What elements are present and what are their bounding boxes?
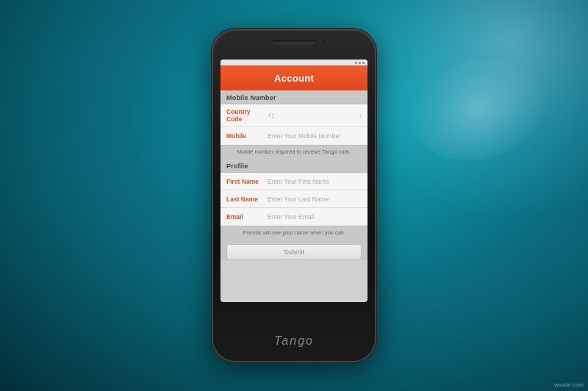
mobile-number-group: Country Code +1 › Mobile Enter Your Mobi… [220, 104, 368, 146]
mobile-hint: Mobile number required to receive Tango … [220, 146, 368, 159]
country-code-label: Country Code [226, 108, 268, 123]
phone-screen: Account Mobile Number Country Code +1 › … [220, 60, 368, 302]
page-title: Account [274, 73, 314, 84]
first-name-row[interactable]: First Name Enter Your First Name [220, 173, 368, 190]
watermark: wsxdn.com [554, 381, 584, 388]
status-bar [220, 60, 368, 65]
first-name-input[interactable]: Enter Your First Name [268, 178, 362, 185]
first-name-label: First Name [226, 178, 268, 185]
email-row[interactable]: Email Enter Your Email [220, 208, 368, 226]
phone-shell: Account Mobile Number Country Code +1 › … [213, 30, 375, 361]
phone-speaker [272, 40, 316, 45]
signal-icon [362, 62, 365, 64]
country-code-value: +1 [268, 112, 356, 119]
section-label-profile: Profile [220, 159, 368, 172]
submit-label: Submit [284, 248, 304, 256]
app-header: Account [220, 65, 368, 90]
submit-button[interactable]: Submit [226, 244, 362, 260]
mobile-row[interactable]: Mobile Enter Your Mobile Number [220, 127, 368, 145]
country-code-row[interactable]: Country Code +1 › [220, 104, 368, 127]
mobile-label: Mobile [226, 132, 268, 140]
brand-name: Tango [274, 334, 314, 347]
phone-brand-area: Tango [213, 334, 375, 348]
last-name-row[interactable]: Last Name Enter Your Last Name [220, 190, 368, 208]
mobile-input[interactable]: Enter Your Mobile Number [268, 132, 362, 140]
signal-icon [359, 62, 361, 64]
last-name-input[interactable]: Enter Your Last Name [268, 196, 362, 203]
profile-group: First Name Enter Your First Name Last Na… [220, 172, 368, 226]
camera-icon [322, 39, 328, 45]
email-input[interactable]: Enter Your Email [268, 213, 362, 220]
profile-hint: Friends will see your name when you call… [220, 226, 368, 240]
email-label: Email [226, 213, 268, 220]
app-content: Mobile Number Country Code +1 › Mobile E… [220, 90, 368, 260]
last-name-label: Last Name [226, 196, 268, 203]
chevron-right-icon: › [359, 112, 362, 120]
signal-icon [355, 62, 357, 64]
section-label-mobile: Mobile Number [220, 90, 368, 104]
